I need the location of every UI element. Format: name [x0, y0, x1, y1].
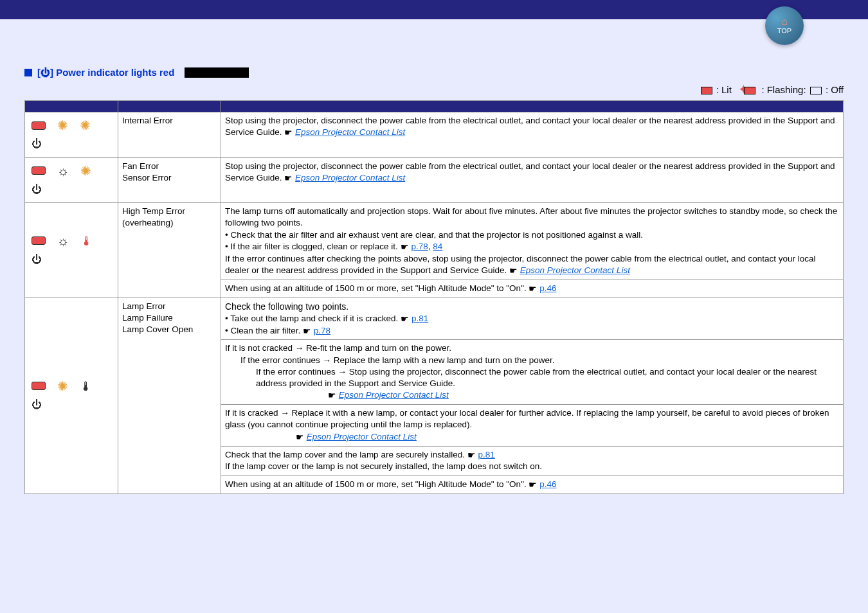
temp-led-icon: ✺: [80, 119, 91, 132]
page-link[interactable]: p.78: [411, 242, 428, 251]
top-badge-label: TOP: [777, 27, 791, 35]
remedy-cell: When using at an altitude of 1500 m or m…: [221, 475, 844, 493]
remedy-cell: Stop using the projector, disconnect the…: [221, 157, 844, 203]
col-remedy: [221, 101, 844, 112]
remedy-bullet: • If the air filter is clogged, clean or…: [225, 241, 839, 253]
status-cell: ☼ 🌡 ⏻: [25, 203, 118, 298]
lamp-led-icon: ✺: [57, 380, 68, 393]
status-cell: ✺ ✺ ⏻: [25, 112, 118, 158]
legend-lit: : Lit: [716, 84, 732, 95]
power-symbol-icon: ⏻: [32, 137, 42, 151]
remedy-bullet: • Check that the air filter and air exha…: [225, 229, 839, 241]
table-row: ☼ 🌡 ⏻ High Temp Error (overheating) The …: [25, 203, 844, 280]
contact-list-link[interactable]: Epson Projector Contact List: [295, 127, 405, 137]
remedy-cell: If it is not cracked → Re-fit the lamp a…: [221, 340, 844, 405]
remedy-cell: Stop using the projector, disconnect the…: [221, 112, 844, 158]
remedy-text: If the error continues → Stop using the …: [225, 366, 839, 389]
pointer-icon: ☛: [401, 313, 409, 325]
legend-off: : Off: [826, 84, 844, 95]
pointer-icon: ☛: [509, 265, 518, 277]
flashing-icon: ✦: [741, 85, 759, 96]
page-link[interactable]: p.81: [478, 450, 494, 459]
contact-list-link[interactable]: Epson Projector Contact List: [339, 390, 449, 400]
pointer-icon: ☛: [296, 431, 304, 443]
contact-list-link[interactable]: Epson Projector Contact List: [295, 173, 405, 182]
lit-icon: [701, 87, 712, 94]
table-row: ✺ ✺ ⏻ Internal Error Stop using the proj…: [25, 112, 844, 158]
cause-cell: Internal Error: [118, 112, 221, 158]
section-title: [⏻] Power indicator lights red: [37, 67, 174, 78]
header-band: [0, 0, 868, 19]
pointer-icon: ☛: [284, 127, 293, 139]
section-bullet-icon: [24, 69, 32, 76]
power-symbol-icon: ⏻: [32, 253, 42, 267]
cause-cell: Lamp Error Lamp Failure Lamp Cover Open: [118, 298, 221, 493]
lamp-led-icon: ✺: [57, 119, 68, 132]
legend: : Lit ✦ : Flashing: : Off: [24, 83, 844, 100]
cause-cell: Fan Error Sensor Error: [118, 157, 221, 203]
remedy-cell: The lamp turns off automatically and pro…: [221, 203, 844, 280]
section-title-row: [⏻] Power indicator lights red: [24, 67, 844, 78]
page-link[interactable]: p.78: [314, 326, 330, 335]
power-led-icon: [32, 382, 46, 390]
contact-list-link[interactable]: Epson Projector Contact List: [307, 432, 417, 441]
remedy-link-line: ☛ Epson Projector Contact List: [225, 389, 839, 402]
remedy-text: If it is cracked → Replace it with a new…: [225, 407, 839, 431]
lamp-led-icon: ☼: [57, 164, 69, 177]
page-link[interactable]: p.81: [411, 314, 428, 323]
problem-bar: [185, 67, 249, 78]
pointer-icon: ☛: [529, 283, 537, 295]
remedy-cell: Check the following two points. • Take o…: [221, 298, 844, 340]
page-link[interactable]: 84: [433, 242, 442, 251]
remedy-text: When using at an altitude of 1500 m or m…: [225, 479, 529, 489]
legend-flashing: : Flashing:: [761, 84, 806, 95]
remedy-bullet: • Take out the lamp and check if it is c…: [225, 313, 839, 325]
remedy-bullet: • Clean the air filter. ☛ p.78: [225, 325, 839, 337]
remedy-text: If the error continues after checking th…: [225, 253, 839, 277]
cause-cell: High Temp Error (overheating): [118, 203, 221, 298]
indicator-table: ✺ ✺ ⏻ Internal Error Stop using the proj…: [24, 100, 844, 494]
power-led-icon: [32, 121, 46, 130]
status-cell: ✺ 🌡 ⏻: [25, 298, 118, 493]
remedy-cell: Check that the lamp cover and the lamp a…: [221, 446, 844, 475]
top-badge[interactable]: ⌂ TOP: [765, 6, 804, 45]
col-cause: [118, 101, 221, 112]
lamp-led-icon: ☼: [57, 235, 69, 247]
remedy-text: If the lamp cover or the lamp is not sec…: [225, 461, 839, 472]
remedy-text: If it is not cracked → Re-fit the lamp a…: [225, 342, 839, 354]
power-led-icon: [32, 236, 46, 245]
remedy-text: If the error continues → Replace the lam…: [225, 355, 839, 366]
pointer-icon: ☛: [529, 479, 537, 491]
power-symbol-icon: ⏻: [32, 182, 42, 197]
remedy-text: Check that the lamp cover and the lamp a…: [225, 449, 839, 461]
pointer-icon: ☛: [401, 241, 409, 253]
remedy-link-line: ☛ Epson Projector Contact List: [225, 431, 839, 443]
table-row: ✺ 🌡 ⏻ Lamp Error Lamp Failure Lamp Cover…: [25, 298, 844, 340]
house-icon: ⌂: [781, 17, 788, 27]
remedy-cell: If it is cracked → Replace it with a new…: [221, 405, 844, 446]
temp-led-icon: ✺: [80, 164, 91, 177]
table-row: ☼ ✺ ⏻ Fan Error Sensor Error Stop using …: [25, 157, 844, 203]
status-cell: ☼ ✺ ⏻: [25, 157, 118, 203]
contact-list-link[interactable]: Epson Projector Contact List: [520, 265, 630, 275]
power-symbol-icon: ⏻: [32, 398, 42, 412]
pointer-icon: ☛: [284, 172, 293, 184]
power-led-icon: [32, 166, 46, 175]
pointer-icon: ☛: [467, 449, 476, 461]
temp-led-icon: 🌡: [80, 380, 93, 393]
temp-led-icon: 🌡: [80, 235, 93, 247]
off-icon: [810, 87, 822, 94]
pointer-icon: ☛: [328, 389, 336, 402]
remedy-text: When using at an altitude of 1500 m or m…: [225, 283, 529, 293]
col-status: [25, 101, 118, 112]
remedy-text: The lamp turns off automatically and pro…: [225, 206, 839, 229]
page-link[interactable]: p.46: [539, 479, 556, 489]
page-link[interactable]: p.46: [539, 283, 556, 293]
remedy-text: Check the following two points.: [225, 301, 839, 313]
remedy-cell: When using at an altitude of 1500 m or m…: [221, 280, 844, 298]
pointer-icon: ☛: [303, 325, 311, 337]
